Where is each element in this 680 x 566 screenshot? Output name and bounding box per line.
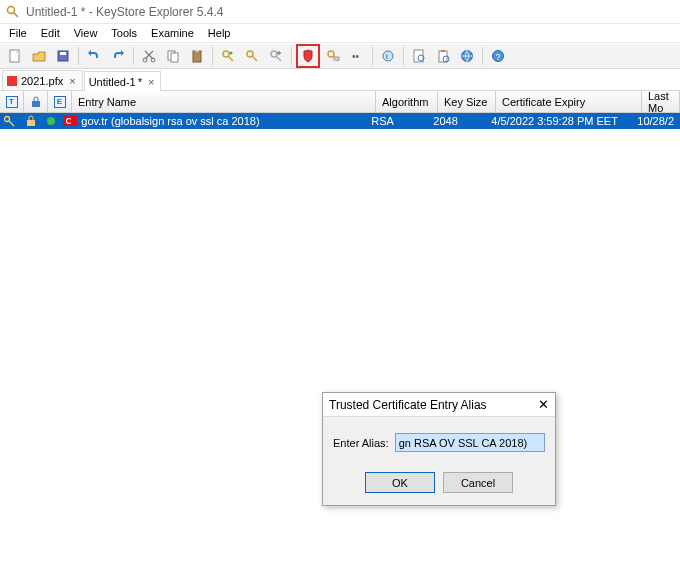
toolbar: •• i ? [0,43,680,69]
toolbar-separator [403,47,404,65]
svg-line-35 [9,121,14,126]
svg-rect-5 [60,52,66,55]
lock-icon [30,96,42,108]
close-icon[interactable]: ✕ [538,397,549,412]
table-row[interactable]: gov.tr (globalsign rsa ov ssl ca 2018) R… [0,113,680,129]
help-button[interactable]: ? [487,45,509,67]
col-lock[interactable] [24,91,48,112]
new-keystore-button[interactable] [4,45,26,67]
keyboard-button[interactable] [322,45,344,67]
svg-rect-9 [171,53,178,62]
ok-button[interactable]: OK [365,472,435,493]
svg-text:i: i [386,52,388,61]
svg-rect-28 [441,50,445,52]
import-trusted-cert-button[interactable] [296,44,320,68]
menubar: File Edit View Tools Examine Help [0,24,680,43]
col-cert-expiry[interactable]: Certificate Expiry [496,91,642,112]
dialog-title: Trusted Certificate Entry Alias [329,398,487,412]
keystore-icon [7,76,17,86]
cancel-button[interactable]: Cancel [443,472,513,493]
gen-secret-key-button[interactable] [241,45,263,67]
tab-2021-pfx[interactable]: 2021.pfx × [2,70,83,90]
tab-label: Untitled-1 [89,76,136,88]
tab-untitled-1[interactable]: Untitled-1 * × [84,71,162,91]
cut-button[interactable] [138,45,160,67]
window-title: Untitled-1 * - KeyStore Explorer 5.4.4 [26,5,223,19]
cert-status-icon [41,116,61,126]
copy-button[interactable] [162,45,184,67]
open-button[interactable] [28,45,50,67]
svg-line-16 [252,56,257,61]
trusted-cert-alias-dialog: Trusted Certificate Entry Alias ✕ Enter … [322,392,556,506]
col-algorithm[interactable]: Algorithm [376,91,438,112]
import-keypair-button[interactable] [265,45,287,67]
svg-line-1 [14,12,19,17]
cell-key-size: 2048 [427,115,485,127]
document-tabs: 2021.pfx × Untitled-1 * × [0,69,680,91]
cell-algorithm: RSA [365,115,427,127]
paste-button[interactable] [186,45,208,67]
toolbar-separator [372,47,373,65]
toolbar-separator [482,47,483,65]
dialog-titlebar: Trusted Certificate Entry Alias ✕ [323,393,555,417]
cell-last-modified: 10/28/2 [631,115,680,127]
alias-input[interactable] [395,433,545,452]
properties-button[interactable]: i [377,45,399,67]
examine-file-button[interactable] [408,45,430,67]
svg-point-34 [5,117,10,122]
svg-line-13 [228,56,233,61]
lock-status-icon [20,115,40,127]
svg-point-14 [230,52,233,55]
cell-entry-name: gov.tr (globalsign rsa ov ssl ca 2018) [61,115,365,127]
type-icon: T [6,96,18,108]
svg-rect-21 [334,57,339,60]
status-icon: E [54,96,66,108]
svg-point-0 [8,6,15,13]
cell-cert-expiry: 4/5/2022 3:59:28 PM EET [485,115,631,127]
svg-point-23 [383,51,393,61]
toolbar-separator [291,47,292,65]
dirty-indicator: * [138,76,142,88]
entry-type-icon [0,115,20,127]
menu-edit[interactable]: Edit [34,26,67,40]
close-icon[interactable]: × [69,75,75,87]
svg-point-37 [47,117,55,125]
window-titlebar: Untitled-1 * - KeyStore Explorer 5.4.4 [0,0,680,24]
col-entry-name[interactable]: Entry Name [72,91,376,112]
toolbar-separator [133,47,134,65]
menu-tools[interactable]: Tools [104,26,144,40]
set-password-button[interactable]: •• [346,45,368,67]
svg-rect-11 [195,50,199,52]
toolbar-separator [78,47,79,65]
undo-button[interactable] [83,45,105,67]
close-icon[interactable]: × [148,76,154,88]
svg-text:?: ? [496,52,501,62]
svg-rect-10 [193,51,201,62]
menu-view[interactable]: View [67,26,105,40]
toolbar-separator [212,47,213,65]
col-status[interactable]: E [48,91,72,112]
col-type[interactable]: T [0,91,24,112]
entry-name-text: gov.tr (globalsign rsa ov ssl ca 2018) [81,115,259,127]
redo-button[interactable] [107,45,129,67]
examine-ssl-button[interactable] [456,45,478,67]
table-header: T E Entry Name Algorithm Key Size Certif… [0,91,680,113]
col-last-modified[interactable]: Last Mo [642,91,680,112]
flag-icon [63,116,77,126]
svg-text:••: •• [352,51,360,62]
svg-rect-33 [32,101,40,107]
examine-clipboard-button[interactable] [432,45,454,67]
col-key-size[interactable]: Key Size [438,91,496,112]
svg-rect-36 [27,120,35,126]
svg-line-18 [276,56,281,61]
tab-label: 2021.pfx [21,75,63,87]
alias-label: Enter Alias: [333,437,389,449]
menu-examine[interactable]: Examine [144,26,201,40]
app-icon [6,5,20,19]
save-button[interactable] [52,45,74,67]
menu-file[interactable]: File [2,26,34,40]
menu-help[interactable]: Help [201,26,238,40]
gen-keypair-button[interactable] [217,45,239,67]
